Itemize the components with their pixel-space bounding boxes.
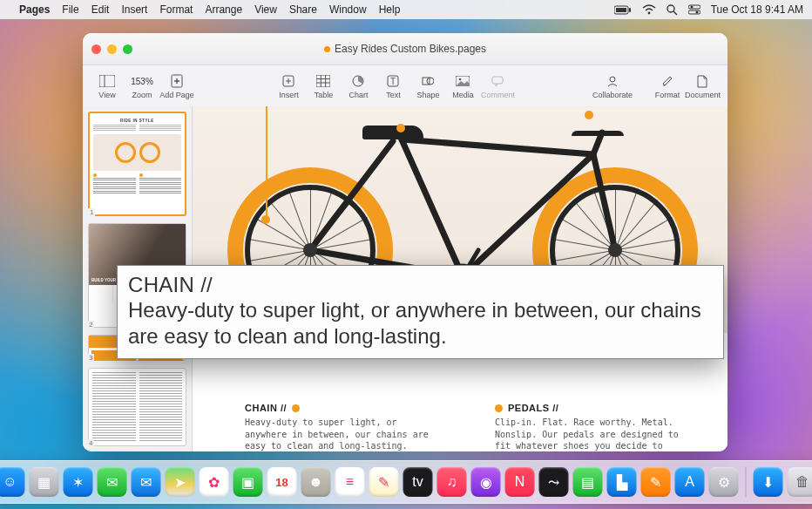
dock-downloads[interactable]: ⬇: [754, 467, 783, 497]
minimize-button[interactable]: [107, 44, 117, 54]
svg-line-33: [310, 141, 393, 250]
menu-app[interactable]: Pages: [19, 3, 50, 16]
svg-rect-10: [99, 75, 115, 87]
callout-line: [266, 106, 267, 220]
dock-settings[interactable]: ⚙: [709, 467, 739, 497]
zoom-value: 153%: [131, 73, 153, 89]
dock-contacts[interactable]: ☻: [301, 467, 331, 497]
dock-reminders[interactable]: ≡: [335, 467, 365, 497]
dock-appstore[interactable]: A: [675, 467, 705, 497]
dock-music[interactable]: ♫: [437, 467, 467, 497]
dock-maps[interactable]: ➤: [166, 467, 195, 497]
page-number: 3: [87, 354, 94, 362]
menu-share[interactable]: Share: [289, 3, 317, 16]
battery-icon[interactable]: [614, 5, 632, 15]
page-thumbnail-1[interactable]: RIDE IN STYLE 1: [88, 112, 186, 216]
svg-rect-8: [688, 10, 700, 14]
dock-messages[interactable]: ✉: [98, 467, 127, 497]
comment-icon: [491, 73, 504, 89]
svg-text:T: T: [390, 77, 396, 86]
dock-trash[interactable]: 🗑: [788, 467, 813, 497]
control-center-icon[interactable]: [688, 4, 700, 15]
window-controls: [91, 44, 132, 54]
svg-rect-30: [492, 77, 503, 84]
menubar: Pages File Edit Insert Format Arrange Vi…: [0, 0, 812, 19]
toolbar-comment-button: Comment: [480, 73, 515, 99]
dock-mail[interactable]: ✉: [132, 467, 161, 497]
menu-insert[interactable]: Insert: [121, 3, 147, 16]
zoom-button[interactable]: [123, 44, 132, 54]
media-icon: [456, 73, 470, 89]
collaborate-icon: [606, 73, 619, 89]
dock-facetime[interactable]: ▣: [233, 467, 263, 497]
svg-rect-2: [629, 8, 631, 12]
menu-file[interactable]: File: [62, 3, 78, 16]
search-icon[interactable]: [667, 4, 678, 16]
toolbar-shape-button[interactable]: Shape: [410, 73, 445, 99]
svg-point-7: [690, 6, 693, 9]
svg-line-35: [402, 139, 463, 276]
dock-numbers[interactable]: ▤: [573, 467, 603, 497]
dock-tv[interactable]: tv: [403, 467, 433, 497]
toolbar-collaborate-button[interactable]: Collaborate: [592, 73, 633, 99]
table-icon: [316, 73, 330, 89]
svg-rect-6: [688, 5, 700, 9]
svg-point-4: [667, 5, 674, 12]
callout-dot: [396, 124, 405, 132]
svg-point-29: [459, 78, 462, 81]
insert-icon: [282, 73, 294, 89]
dock-notes[interactable]: ✎: [369, 467, 399, 497]
add-page-icon: [171, 73, 183, 89]
dock-pages[interactable]: ✎: [641, 467, 671, 497]
document-title: Easy Rides Custom Bikes.pages: [83, 43, 727, 55]
format-icon: [661, 73, 673, 89]
dock-photos[interactable]: ✿: [200, 467, 229, 497]
titlebar[interactable]: Easy Rides Custom Bikes.pages: [83, 33, 727, 65]
toolbar-table-button[interactable]: Table: [306, 73, 341, 99]
zoom-body: Heavy-duty to super light, or anywhere i…: [128, 297, 713, 350]
pedals-section[interactable]: PEDALS // Clip-in. Flat. Race worthy. Me…: [495, 403, 693, 451]
menu-format[interactable]: Format: [159, 3, 193, 16]
callout-dot: [495, 404, 503, 412]
toolbar-view-button[interactable]: View: [90, 73, 125, 99]
menu-view[interactable]: View: [254, 3, 277, 16]
toolbar-media-button[interactable]: Media: [445, 73, 480, 99]
page-number: 2: [87, 321, 94, 329]
svg-line-38: [593, 154, 615, 250]
dock-launchpad[interactable]: ▦: [30, 467, 59, 497]
menubar-clock[interactable]: Tue Oct 18 9:41 AM: [711, 3, 803, 16]
dock-stocks[interactable]: ⤳: [539, 467, 569, 497]
svg-point-3: [647, 12, 650, 15]
toolbar: View 153% Zoom Add Page Insert Table Ch: [83, 65, 727, 108]
chain-section[interactable]: CHAIN // Heavy-duty to super light, or a…: [245, 403, 443, 451]
text-icon: T: [387, 73, 399, 89]
dock: ☺▦✶✉✉➤✿▣18☻≡✎tv♫◉N⤳▤▙✎A⚙⬇🗑: [0, 460, 812, 504]
thumb1-title: RIDE IN STYLE: [93, 119, 181, 123]
toolbar-text-button[interactable]: T Text: [376, 73, 410, 99]
pedals-heading: PEDALS //: [508, 403, 558, 413]
menu-edit[interactable]: Edit: [91, 3, 110, 16]
toolbar-zoom-button[interactable]: 153% Zoom: [125, 73, 159, 99]
toolbar-insert-button[interactable]: Insert: [271, 73, 306, 99]
svg-line-5: [673, 11, 677, 15]
svg-rect-1: [616, 8, 626, 12]
page-number: 4: [87, 439, 94, 447]
toolbar-format-button[interactable]: Format: [650, 73, 685, 99]
document-icon: [697, 73, 707, 89]
dock-calendar[interactable]: 18: [267, 467, 297, 497]
menu-help[interactable]: Help: [379, 3, 401, 16]
toolbar-document-button[interactable]: Document: [685, 73, 721, 99]
toolbar-chart-button[interactable]: Chart: [341, 73, 376, 99]
menu-arrange[interactable]: Arrange: [205, 3, 242, 16]
svg-point-31: [610, 77, 615, 82]
dock-safari[interactable]: ✶: [64, 467, 93, 497]
dock-news[interactable]: N: [505, 467, 535, 497]
page-thumbnail-4[interactable]: 4: [88, 368, 186, 446]
toolbar-add-page-button[interactable]: Add Page: [159, 73, 194, 99]
menu-window[interactable]: Window: [329, 3, 367, 16]
dock-podcasts[interactable]: ◉: [471, 467, 501, 497]
wifi-icon[interactable]: [642, 4, 656, 15]
close-button[interactable]: [91, 44, 101, 54]
dock-finder[interactable]: ☺: [0, 467, 25, 497]
dock-keynote[interactable]: ▙: [607, 467, 637, 497]
